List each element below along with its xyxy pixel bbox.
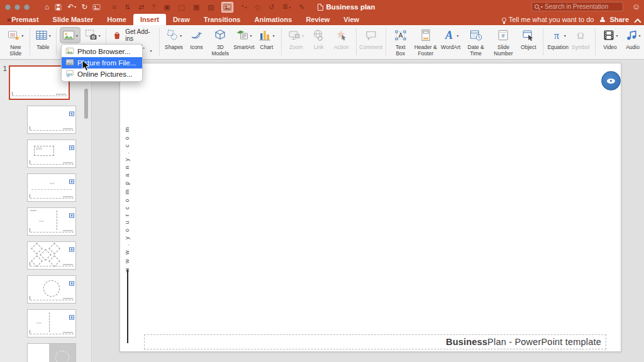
dropdown-caret-icon: ▾	[457, 33, 458, 38]
tab-view[interactable]: View	[336, 14, 366, 25]
tell-me-label: Tell me what you want to do	[509, 16, 594, 23]
group-separator	[281, 28, 282, 55]
zoom-icon: ▾	[286, 27, 306, 43]
ribbon-shapes-button[interactable]: ▾Shapes	[162, 26, 185, 59]
mi-photo-icon	[65, 47, 74, 57]
ribbon-item-label: Comment	[359, 45, 382, 51]
tab-draw[interactable]: Draw	[166, 14, 197, 25]
slide-thumbnail-blank[interactable]	[27, 106, 76, 134]
format-painter-icon[interactable]: ✎	[297, 3, 306, 11]
shape-effects-icon[interactable]: ◔▾	[239, 2, 248, 12]
ribbon-wordart-button[interactable]: A▾WordArt	[440, 26, 462, 59]
menu-item-online-pictures[interactable]: Online Pictures...	[62, 69, 142, 80]
slide-footer-placeholder[interactable]: Business Plan - PowerPoint template	[144, 334, 606, 349]
website-vertical-text[interactable]: w w w . y o u r c o m p a n y . c o m	[124, 165, 131, 272]
share-button[interactable]: Share	[600, 16, 629, 23]
align-bottom-icon[interactable]: ⤒	[151, 3, 157, 11]
object-icon	[520, 27, 536, 43]
slide-number-icon: #	[495, 27, 511, 43]
rotate-shape-icon[interactable]: ↺	[267, 3, 275, 11]
tab-review[interactable]: Review	[299, 14, 336, 25]
ribbon-object-button[interactable]: Object	[517, 26, 540, 59]
distribute-horizontal-icon[interactable]: ⇄	[137, 3, 145, 11]
slide-thumbnail-gray-image[interactable]	[27, 343, 76, 362]
thumb-tick	[30, 228, 30, 232]
tab-label: Transitions	[204, 16, 241, 23]
ribbon-header-footer-button[interactable]: Header & Footer	[412, 26, 440, 59]
save-icon[interactable]	[54, 3, 62, 11]
dropdown-caret-icon: ▾	[250, 33, 252, 38]
slide-thumbnail-split-wide[interactable]	[27, 309, 76, 337]
bring-forward-icon[interactable]: ▣	[162, 3, 171, 11]
redo-icon[interactable]: ↻	[81, 3, 87, 11]
ribbon-video-button[interactable]: ▾Video	[599, 26, 621, 59]
undo-icon[interactable]: ↶▾	[67, 3, 76, 11]
svg-text:Ω: Ω	[577, 31, 584, 41]
ribbon-table-button[interactable]: ▾Table	[31, 26, 54, 59]
align-objects-icon[interactable]: ≡	[111, 3, 117, 11]
tabbar-right-controls: Tell me what you want to do Share	[502, 14, 640, 25]
placeholder-rect	[34, 146, 54, 156]
picture-format-icon[interactable]	[221, 2, 233, 13]
ribbon-slide-number-button[interactable]: #Slide Number	[490, 26, 518, 59]
ribbon-text-box-button[interactable]: AText Box	[389, 26, 412, 59]
tab-home[interactable]: Home	[100, 14, 133, 25]
group-objects-icon[interactable]: ▦	[192, 3, 201, 11]
line-spacing-icon[interactable]: ≣▾	[281, 2, 292, 12]
get-addins-button[interactable]: Get Add-ins	[112, 28, 152, 42]
ribbon-icons-button[interactable]: Icons	[185, 26, 208, 59]
menu-item-photo-browser[interactable]: Photo Browser...	[62, 46, 142, 57]
tab-label: Insert	[140, 16, 159, 23]
ribbon-item-label: Shapes	[165, 45, 183, 51]
ribbon-equation-button[interactable]: π▾Equation	[547, 26, 569, 59]
dropdown-caret-icon[interactable]: ▾	[245, 6, 247, 9]
tell-me-button[interactable]: Tell me what you want to do	[502, 16, 594, 23]
chart-icon: ▾	[257, 27, 276, 43]
collapse-ribbon-icon[interactable]	[635, 17, 640, 22]
picture-small-icon[interactable]	[92, 3, 101, 11]
tab-insert[interactable]: Insert	[133, 14, 166, 25]
slide-thumbnail-content-rect[interactable]	[27, 140, 76, 168]
home-icon[interactable]: ⌂	[45, 3, 49, 11]
thumb-tick	[30, 262, 30, 266]
dropdown-caret-icon[interactable]: ▾	[74, 3, 76, 11]
feedback-smiley-icon[interactable]: ☺	[632, 3, 640, 11]
ribbon-3d-models-button[interactable]: 3D Models	[208, 26, 232, 59]
ribbon-new-slide-button[interactable]: ▾New Slide	[4, 26, 28, 59]
slide-thumbnail-split-left[interactable]	[27, 207, 76, 236]
menu-item-picture-from-file[interactable]: Picture from File...	[62, 57, 142, 69]
slide-thumbnail-circle[interactable]	[27, 275, 76, 304]
slide-thumbnail-diamonds[interactable]	[27, 241, 76, 270]
sidebar-scrollbar[interactable]	[84, 89, 88, 119]
menu-item-label: Photo Browser...	[77, 48, 130, 55]
search-input[interactable]: ▾ Search in Presentation	[531, 2, 623, 11]
slide-logo-circle[interactable]	[601, 71, 621, 90]
ribbon-date-time-button[interactable]: Date & Time	[462, 26, 490, 59]
close-window-button[interactable]	[5, 4, 11, 10]
thumb-footer-line	[13, 96, 67, 96]
ribbon-smartart-button[interactable]: ▾SmartArt	[233, 26, 255, 59]
thumb-footer-line	[30, 266, 74, 266]
wordart-icon: A▾	[441, 27, 460, 43]
footer-text-bold: Business	[446, 337, 487, 347]
dropdown-caret-icon: ▾	[180, 33, 182, 38]
document-title-text: Business plan	[326, 3, 375, 11]
ribbon-audio-button[interactable]: ▾Audio	[621, 26, 644, 59]
distribute-vertical-icon[interactable]: ⇅	[123, 3, 131, 11]
minimize-window-button[interactable]	[14, 4, 20, 10]
slide-thumbnail-center-text[interactable]	[27, 173, 76, 202]
svg-text:A: A	[398, 32, 402, 39]
diamond-shape	[48, 255, 60, 266]
dropdown-caret-icon[interactable]: ▾	[289, 6, 291, 9]
tab-transitions[interactable]: Transitions	[197, 14, 248, 25]
shape-outline-icon[interactable]: ◇	[253, 3, 261, 11]
ribbon-chart-button[interactable]: ▾Chart	[255, 26, 278, 59]
layout-badge-icon	[69, 243, 74, 255]
ungroup-objects-icon[interactable]: ▧	[206, 3, 215, 11]
tab-premast[interactable]: »Premast	[0, 14, 46, 25]
zoom-window-button[interactable]	[24, 4, 30, 10]
tab-animations[interactable]: Animations	[247, 14, 299, 25]
slide-editing-area[interactable]: w w w . y o u r c o m p a n y . c o m Bu…	[119, 63, 621, 352]
tab-slide-master[interactable]: Slide Master	[46, 14, 101, 25]
send-backward-icon[interactable]: ▢	[177, 3, 186, 11]
